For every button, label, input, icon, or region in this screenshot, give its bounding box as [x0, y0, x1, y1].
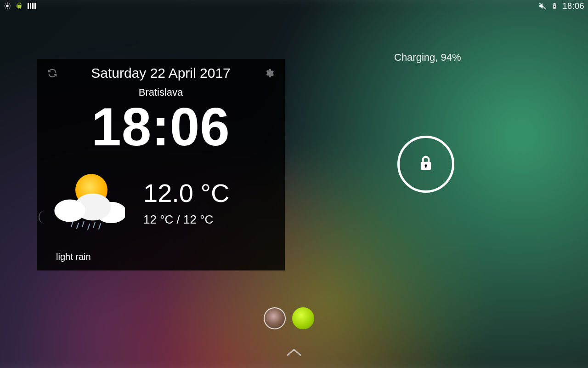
refresh-icon[interactable]: [47, 68, 58, 79]
temperature: 12.0 °C: [143, 178, 229, 208]
widget-clock: 18:06: [47, 100, 275, 154]
svg-line-6: [9, 8, 10, 8]
user-avatar[interactable]: [264, 307, 286, 329]
svg-rect-18: [554, 3, 555, 4]
lock-ring[interactable]: [397, 136, 454, 193]
battery-charging-icon: [551, 2, 558, 10]
temperature-range: 12 °C / 12 °C: [143, 213, 229, 227]
svg-rect-12: [18, 8, 18, 9]
weather-condition: light rain: [56, 252, 91, 262]
lock-icon: [417, 155, 435, 174]
weather-icon: [43, 166, 130, 239]
barcode-icon: [28, 3, 36, 9]
svg-line-7: [5, 8, 6, 8]
gear-icon[interactable]: [264, 68, 275, 79]
svg-line-8: [9, 4, 10, 4]
svg-point-0: [6, 5, 8, 7]
user-avatar[interactable]: [292, 307, 314, 329]
svg-rect-9: [17, 5, 21, 8]
svg-point-14: [18, 4, 19, 4]
svg-rect-23: [425, 166, 427, 168]
svg-rect-10: [17, 5, 17, 7]
status-clock: 18:06: [562, 1, 584, 11]
svg-point-15: [20, 4, 20, 4]
chevron-up-icon[interactable]: [285, 347, 303, 360]
svg-line-5: [5, 4, 6, 4]
weather-clock-widget[interactable]: Saturday 22 April 2017 Bratislava 18:06 …: [37, 59, 285, 270]
user-switcher: [264, 307, 314, 329]
status-bar: 18:06: [0, 0, 588, 12]
mute-icon: [538, 2, 547, 10]
svg-rect-13: [20, 8, 20, 9]
brightness-icon: [4, 2, 11, 10]
android-icon: [16, 2, 23, 10]
svg-rect-11: [22, 5, 22, 7]
charging-status: Charging, 94%: [394, 52, 461, 63]
widget-date: Saturday 22 April 2017: [58, 65, 264, 81]
